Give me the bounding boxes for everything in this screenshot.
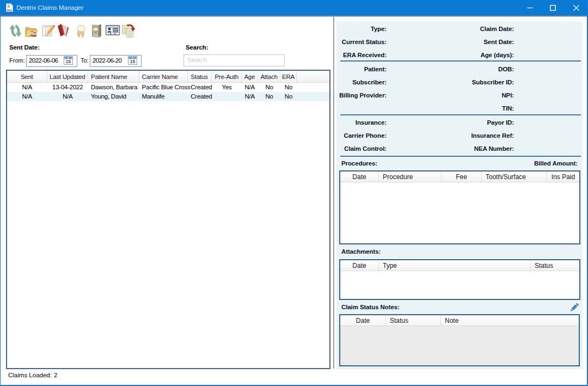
svg-text:15: 15 [66,59,71,64]
svg-text:INS: INS [7,9,13,12]
svg-text:15: 15 [130,59,136,64]
svg-text:$: $ [7,3,10,9]
